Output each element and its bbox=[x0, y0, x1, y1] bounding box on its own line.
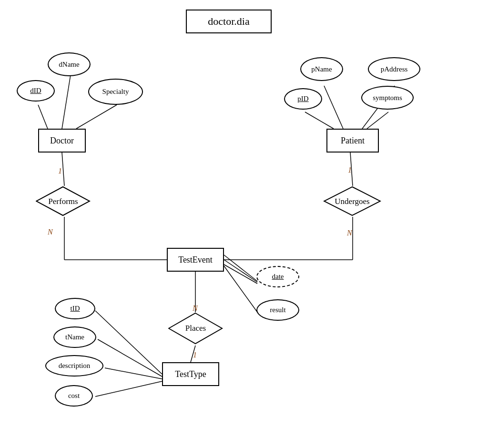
relationship-performs: Performs bbox=[36, 186, 91, 217]
svg-line-1 bbox=[38, 105, 48, 129]
svg-line-14 bbox=[224, 260, 257, 282]
attr-tid: tID bbox=[55, 298, 95, 319]
cardinality-places-1: 1 bbox=[193, 351, 197, 359]
attr-pid: pID bbox=[284, 88, 322, 110]
cardinality-undergoes-1: 1 bbox=[348, 166, 352, 174]
svg-line-2 bbox=[76, 105, 117, 129]
entity-doctor: Doctor bbox=[38, 129, 86, 153]
svg-line-13 bbox=[224, 255, 257, 281]
attr-tname: tName bbox=[53, 326, 96, 348]
svg-line-20 bbox=[98, 339, 162, 377]
attr-dname: dName bbox=[48, 52, 91, 76]
attr-cost: cost bbox=[55, 385, 93, 407]
cardinality-performs-n: N bbox=[48, 228, 53, 236]
cardinality-performs-1: 1 bbox=[58, 167, 62, 175]
er-diagram: doctor.dia Doctor Patient TestEvent Test… bbox=[0, 0, 488, 448]
svg-line-5 bbox=[305, 112, 334, 129]
attr-result: result bbox=[256, 299, 299, 321]
entity-testtype: TestType bbox=[162, 362, 219, 386]
attr-paddress: pAddress bbox=[368, 57, 420, 81]
svg-line-21 bbox=[105, 368, 162, 379]
svg-line-6 bbox=[367, 112, 388, 129]
attr-specialty: Specialty bbox=[88, 79, 143, 105]
svg-line-7 bbox=[62, 153, 64, 186]
attr-date: date bbox=[256, 266, 299, 287]
cardinality-places-n: N bbox=[193, 304, 198, 313]
attr-did: dID bbox=[17, 80, 55, 102]
diagram-title: doctor.dia bbox=[186, 10, 272, 33]
svg-line-3 bbox=[324, 86, 343, 129]
svg-line-22 bbox=[95, 381, 162, 397]
entity-patient: Patient bbox=[326, 129, 379, 153]
svg-line-0 bbox=[62, 69, 71, 129]
attr-pname: pName bbox=[300, 57, 343, 81]
entity-testevent: TestEvent bbox=[167, 248, 224, 272]
relationship-undergoes: Undergoes bbox=[323, 186, 381, 217]
svg-line-15 bbox=[224, 265, 257, 284]
relationship-places: Places bbox=[168, 312, 223, 345]
attr-description: description bbox=[45, 355, 103, 377]
attr-symptoms: symptoms bbox=[361, 86, 414, 110]
cardinality-undergoes-n: N bbox=[347, 229, 352, 237]
svg-line-16 bbox=[224, 266, 257, 312]
svg-line-19 bbox=[95, 311, 162, 374]
